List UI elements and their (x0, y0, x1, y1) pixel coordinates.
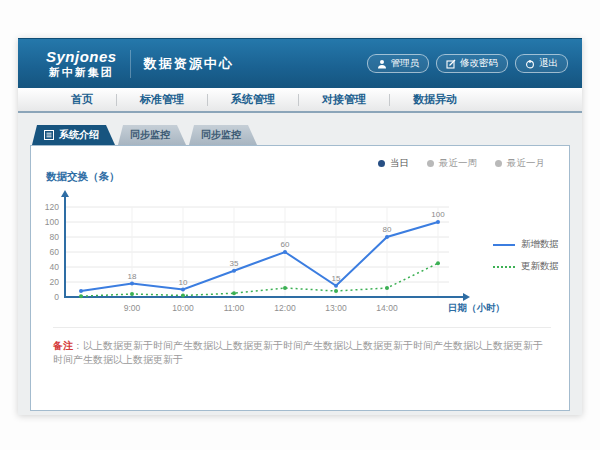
svg-text:日期（小时）: 日期（小时） (448, 302, 505, 314)
svg-text:0: 0 (54, 292, 59, 302)
svg-text:100: 100 (45, 217, 59, 227)
main-nav: 首页 标准管理 系统管理 对接管理 数据异动 (18, 88, 582, 113)
svg-text:80: 80 (50, 232, 60, 242)
legend-item-new-data: 新增数据 (493, 238, 559, 251)
chart-panel: 当日 最近一周 最近一月 数据交换（条） 0204060801001209:00… (30, 145, 570, 411)
filter-label: 最近一周 (439, 157, 477, 170)
company-logo: Synjones 新中新集团 (46, 49, 117, 78)
nav-item-home[interactable]: 首页 (48, 88, 116, 111)
change-password-button[interactable]: 修改密码 (436, 54, 508, 73)
content-area: 系统介绍 同步监控 同步监控 当日 最近一周 (18, 113, 582, 411)
svg-text:10:00: 10:00 (172, 303, 194, 313)
tab-label: 系统介绍 (59, 128, 99, 142)
nav-item-interface-mgmt[interactable]: 对接管理 (299, 88, 389, 111)
svg-text:60: 60 (50, 247, 60, 257)
svg-text:100: 100 (431, 210, 445, 219)
footnote: 备注：以上数据更新于时间产生数据以上数据更新于时间产生数据以上数据更新于时间产生… (53, 327, 551, 367)
blue-line-icon (493, 244, 515, 246)
logo-brand-text: Synjones (46, 49, 117, 66)
range-filter-group: 当日 最近一周 最近一月 (31, 146, 569, 170)
svg-text:18: 18 (128, 272, 137, 281)
radio-dot-icon (427, 160, 434, 167)
footnote-text: ：以上数据更新于时间产生数据以上数据更新于时间产生数据以上数据更新于时间产生数据… (53, 340, 543, 365)
svg-text:120: 120 (45, 202, 59, 212)
svg-text:40: 40 (50, 262, 60, 272)
radio-dot-icon (378, 160, 385, 167)
filter-today[interactable]: 当日 (378, 157, 409, 170)
filter-label: 最近一月 (507, 157, 545, 170)
radio-dot-icon (495, 160, 502, 167)
svg-text:14:00: 14:00 (376, 303, 398, 313)
y-axis-title: 数据交换（条） (31, 170, 569, 185)
filter-last-week[interactable]: 最近一周 (427, 157, 477, 170)
header: Synjones 新中新集团 数据资源中心 管理员 修改密码 (18, 38, 582, 88)
nav-item-data-change[interactable]: 数据异动 (390, 88, 480, 111)
header-divider (130, 50, 131, 78)
logo-company-text: 新中新集团 (49, 66, 114, 78)
tab-bar: 系统介绍 同步监控 同步监控 (32, 125, 570, 145)
svg-text:20: 20 (50, 277, 60, 287)
app-window: Synjones 新中新集团 数据资源中心 管理员 修改密码 (18, 38, 582, 415)
user-icon (377, 59, 387, 69)
form-icon (44, 130, 54, 140)
svg-text:60: 60 (281, 240, 290, 249)
svg-text:35: 35 (230, 259, 239, 268)
footnote-label: 备注 (53, 340, 73, 351)
legend-item-updated-data: 更新数据 (493, 260, 559, 273)
edit-icon (446, 59, 456, 69)
green-dotted-line-icon (493, 266, 515, 268)
tab-sync-monitor-1[interactable]: 同步监控 (118, 125, 186, 145)
filter-last-month[interactable]: 最近一月 (495, 157, 545, 170)
legend-label: 新增数据 (521, 238, 559, 251)
svg-text:12:00: 12:00 (274, 303, 296, 313)
tab-label: 同步监控 (201, 128, 241, 142)
header-actions: 管理员 修改密码 退出 (367, 54, 569, 73)
logout-button[interactable]: 退出 (515, 54, 568, 73)
filter-label: 当日 (390, 157, 409, 170)
svg-text:15: 15 (332, 274, 341, 283)
svg-text:9:00: 9:00 (124, 303, 141, 313)
line-chart: 0204060801001209:0010:0011:0012:0013:001… (39, 189, 509, 315)
tab-label: 同步监控 (130, 128, 170, 142)
svg-text:10: 10 (179, 278, 188, 287)
nav-item-standard-mgmt[interactable]: 标准管理 (117, 88, 207, 111)
admin-user-label: 管理员 (391, 57, 420, 70)
svg-text:11:00: 11:00 (224, 303, 245, 313)
chart-legend: 新增数据 更新数据 (493, 238, 559, 282)
svg-text:13:00: 13:00 (325, 303, 347, 313)
tab-system-intro[interactable]: 系统介绍 (32, 125, 115, 145)
logout-label: 退出 (539, 57, 558, 70)
page-title: 数据资源中心 (144, 55, 234, 73)
tab-sync-monitor-2[interactable]: 同步监控 (189, 125, 257, 145)
power-icon (525, 59, 535, 69)
admin-user-button[interactable]: 管理员 (367, 54, 430, 73)
change-password-label: 修改密码 (460, 57, 498, 70)
nav-item-system-mgmt[interactable]: 系统管理 (208, 88, 298, 111)
legend-label: 更新数据 (521, 260, 559, 273)
svg-text:80: 80 (383, 225, 392, 234)
